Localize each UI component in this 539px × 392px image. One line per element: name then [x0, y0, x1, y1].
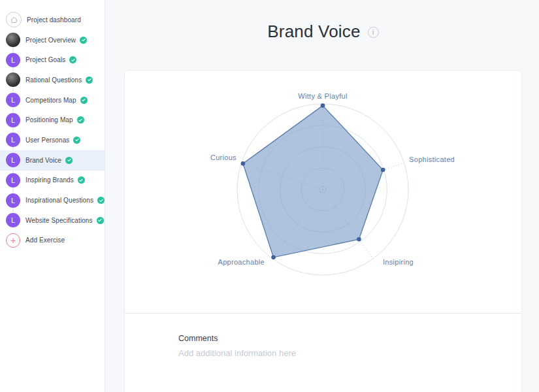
completed-check-icon: [69, 56, 76, 63]
completed-check-icon: [77, 116, 84, 123]
completed-check-icon: [65, 157, 73, 164]
sidebar-item-positioning-map[interactable]: LPositioning Map: [0, 110, 105, 130]
avatar-letter: L: [6, 53, 20, 67]
sidebar-item-list: Project dashboardProject OverviewLProjec…: [0, 0, 105, 250]
avatar-photo: [6, 73, 20, 87]
sidebar-item-label: Inspiring Brands: [25, 176, 74, 184]
sidebar-item-label: Website Specifications: [25, 217, 93, 224]
exercise-sidebar: Project dashboardProject OverviewLProjec…: [0, 0, 105, 392]
completed-check-icon: [97, 217, 104, 224]
sidebar-item-label: Inspirational Questions: [25, 197, 93, 204]
brand-voice-radar-chart: Witty & PlayfulSophisticatedInsipiringAp…: [179, 82, 466, 297]
radar-point-witty-playful[interactable]: [321, 103, 325, 108]
page-title: Brand Voice: [267, 22, 360, 41]
sidebar-item-label: User Personas: [25, 137, 69, 144]
sidebar-item-brand-voice[interactable]: LBrand Voice: [0, 150, 105, 171]
sidebar-item-user-personas[interactable]: LUser Personas: [0, 130, 105, 150]
radar-point-insipiring[interactable]: [357, 237, 361, 242]
radar-svg: Witty & PlayfulSophisticatedInsipiringAp…: [179, 82, 466, 297]
avatar-photo: [6, 33, 20, 47]
sidebar-item-label: Add Exercise: [25, 237, 65, 244]
sidebar-item-label: Brand Voice: [25, 157, 61, 164]
sidebar-item-competitors-map[interactable]: LCompetitors Map: [0, 90, 105, 110]
info-icon[interactable]: i: [368, 27, 379, 38]
sidebar-item-rational-questions[interactable]: Rational Questions: [0, 70, 105, 90]
radar-point-approachable[interactable]: [271, 255, 276, 260]
home-icon: [6, 12, 22, 27]
sidebar-item-project-dashboard[interactable]: Project dashboard: [0, 10, 105, 30]
sidebar-item-label: Project Goals: [25, 56, 65, 63]
avatar-letter: L: [6, 133, 20, 147]
radar-axis-label-insipiring: Insipiring: [383, 258, 414, 266]
sidebar-item-add-exercise[interactable]: +Add Exercise: [0, 231, 105, 251]
app-window: Project dashboardProject OverviewLProjec…: [0, 0, 539, 392]
sidebar-item-label: Project Overview: [25, 37, 76, 44]
sidebar-item-label: Rational Questions: [25, 76, 82, 84]
sidebar-item-website-specifications[interactable]: LWebsite Specifications: [0, 210, 105, 231]
sidebar-item-label: Project dashboard: [27, 16, 81, 24]
sidebar-item-inspirational-questions[interactable]: LInspirational Questions: [0, 190, 105, 210]
radar-point-curious[interactable]: [241, 161, 246, 166]
comments-input[interactable]: [178, 348, 459, 374]
completed-check-icon: [86, 76, 93, 84]
house-glyph: [10, 16, 18, 24]
avatar-letter: L: [6, 213, 20, 227]
completed-check-icon: [80, 37, 87, 44]
radar-axis-label-curious: Curious: [210, 154, 237, 161]
avatar-letter: L: [6, 93, 20, 107]
brand-voice-card: Witty & PlayfulSophisticatedInsipiringAp…: [124, 70, 522, 392]
radar-axis-label-witty-playful: Witty & Playful: [298, 92, 347, 100]
completed-check-icon: [73, 137, 80, 144]
completed-check-icon: [97, 197, 105, 204]
avatar-letter: L: [6, 173, 20, 188]
avatar-letter: L: [6, 193, 20, 208]
comments-heading: Comments: [178, 334, 218, 343]
sidebar-item-label: Positioning Map: [25, 116, 73, 123]
add-icon: +: [6, 233, 20, 248]
sidebar-item-project-goals[interactable]: LProject Goals: [0, 50, 105, 70]
radar-data-polygon: [243, 106, 383, 257]
completed-check-icon: [80, 97, 88, 104]
radar-axis-label-sophisticated: Sophisticated: [409, 155, 455, 163]
card-divider: [125, 313, 521, 314]
avatar-letter: L: [6, 153, 20, 167]
page-header: Brand Voicei: [124, 22, 522, 42]
radar-point-sophisticated[interactable]: [381, 168, 385, 172]
sidebar-item-inspiring-brands[interactable]: LInspiring Brands: [0, 171, 105, 191]
sidebar-item-label: Competitors Map: [25, 97, 76, 104]
sidebar-item-project-overview[interactable]: Project Overview: [0, 30, 105, 50]
avatar-letter: L: [6, 113, 20, 127]
completed-check-icon: [78, 176, 85, 184]
radar-axis-label-approachable: Approachable: [218, 258, 265, 266]
